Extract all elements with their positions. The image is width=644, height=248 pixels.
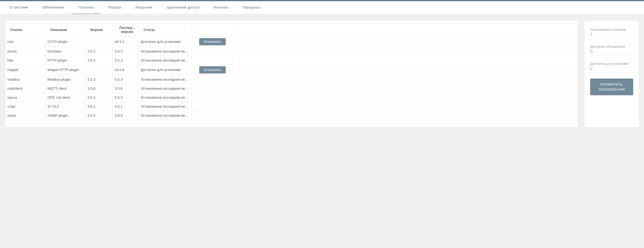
table-row: mqttclientMQTT client5.5.65.5.6Установле…	[6, 84, 578, 93]
cell-status: Доступно для установки	[139, 36, 192, 47]
nav-item-2[interactable]: Плагины	[71, 1, 101, 14]
cell-version: 5.5.6	[86, 84, 113, 93]
cell-extra	[233, 65, 578, 75]
cell-version: 5.5.2	[86, 47, 113, 56]
cell-extra	[233, 93, 578, 102]
cell-description: HTTP plugin	[46, 56, 86, 65]
cell-action: Установить	[192, 65, 233, 75]
stat-installed: Установлено плагинов 7	[590, 28, 633, 38]
stat-updates-value: 0	[590, 49, 633, 54]
cell-description: CCTV plugin	[46, 36, 86, 47]
cell-last-version: v5.0.8	[113, 65, 139, 75]
header-version[interactable]: ::Версия	[86, 24, 113, 37]
cell-extra	[233, 47, 578, 56]
cell-last-version: 5.5.1	[113, 102, 139, 111]
cell-extra	[233, 102, 578, 111]
cell-version: 5.5.2	[86, 93, 113, 102]
cell-last-version: 5.5.2	[113, 56, 139, 65]
stat-available: Доступно для установки 2	[590, 62, 633, 72]
table-row: emulsEmulator5.5.25.5.2Установлена после…	[6, 47, 578, 56]
cell-status: Установлена последняя вер...	[139, 56, 192, 65]
content-area: ::Плагин ::Описание ::Версия ::Послед...…	[0, 14, 644, 134]
cell-version	[86, 65, 113, 75]
cell-status: Установлена последняя вер...	[139, 93, 192, 102]
header-plugin[interactable]: ::Плагин	[6, 24, 46, 37]
plugins-table: ::Плагин ::Описание ::Версия ::Послед...…	[5, 23, 578, 120]
install-button[interactable]: Установить	[199, 66, 226, 73]
nav-item-6[interactable]: Консоль	[207, 1, 236, 14]
cell-version: 5.5.5	[86, 111, 113, 120]
cell-action	[192, 111, 233, 120]
cell-description: Emulator	[46, 47, 86, 56]
cell-description: Megad HTTP plugin	[46, 65, 86, 75]
header-extra	[233, 24, 578, 37]
cell-version: 5.5.3	[86, 75, 113, 84]
main-nav: О системеОбновлениеПлагиныПорталЛицензии…	[0, 1, 644, 14]
cell-last-version: 5.5.2	[113, 93, 139, 102]
header-status[interactable]: ::Статус	[139, 24, 192, 37]
summary-sidebar: Установлено плагинов 7 Доступно обновлен…	[584, 21, 639, 127]
cell-status: Установлена последняя вер...	[139, 111, 192, 120]
cell-description: SNMP plugin	[46, 111, 86, 120]
nav-item-7[interactable]: Процессы	[236, 1, 268, 14]
cell-extra	[233, 84, 578, 93]
cell-action	[192, 75, 233, 84]
table-row: megadMegad HTTP pluginv5.0.8Доступно для…	[6, 65, 578, 75]
nav-item-3[interactable]: Портал	[101, 1, 128, 14]
header-action[interactable]: ::	[192, 24, 233, 37]
cell-plugin: opcua	[6, 93, 46, 102]
cell-plugin: mqttclient	[6, 84, 46, 93]
cell-plugin: cctv	[6, 36, 46, 47]
cell-description: Modbus plugin	[46, 75, 86, 84]
cell-last-version: v5.5.1	[113, 36, 139, 47]
stat-updates-label: Доступно обновлений	[590, 45, 633, 49]
cell-action	[192, 84, 233, 93]
table-row: s7plcS7 PLC5.5.15.5.1Установлена последн…	[6, 102, 578, 111]
cell-description: OPC UA client	[46, 93, 86, 102]
cell-extra	[233, 111, 578, 120]
cell-last-version: 5.5.5	[113, 111, 139, 120]
cell-version: 5.5.2	[86, 56, 113, 65]
cell-status: Установлена последняя вер...	[139, 75, 192, 84]
table-row: snmpSNMP plugin5.5.55.5.5Установлена пос…	[6, 111, 578, 120]
nav-item-1[interactable]: Обновление	[35, 1, 72, 14]
cell-version	[86, 36, 113, 47]
cell-plugin: http	[6, 56, 46, 65]
table-row: cctvCCTV pluginv5.5.1Доступно для устано…	[6, 36, 578, 47]
install-button[interactable]: Установить	[199, 38, 226, 45]
stat-updates: Доступно обновлений 0	[590, 45, 633, 55]
table-row: httpHTTP plugin5.5.25.5.2Установлена пос…	[6, 56, 578, 65]
cell-plugin: megad	[6, 65, 46, 75]
stat-available-value: 2	[590, 66, 633, 71]
header-last-version[interactable]: ::Послед... версия	[113, 24, 139, 37]
cell-description: S7 PLC	[46, 102, 86, 111]
cell-status: Установлена последняя вер...	[139, 84, 192, 93]
stat-installed-label: Установлено плагинов	[590, 28, 633, 32]
cell-action	[192, 93, 233, 102]
header-description[interactable]: ::Описание	[46, 24, 86, 37]
nav-item-0[interactable]: О системе	[2, 1, 35, 14]
table-row: modbusModbus plugin5.5.35.5.3Установлена…	[6, 75, 578, 84]
cell-extra	[233, 75, 578, 84]
nav-item-4[interactable]: Лицензии	[128, 1, 159, 14]
cell-last-version: 5.5.3	[113, 75, 139, 84]
cell-action: Установить	[192, 36, 233, 47]
plugins-table-card: ::Плагин ::Описание ::Версия ::Послед...…	[5, 21, 578, 127]
cell-plugin: modbus	[6, 75, 46, 84]
cell-last-version: 5.5.2	[113, 47, 139, 56]
check-updates-button[interactable]: ПРОВЕРИТЬ ОБНОВЛЕНИЯ	[590, 79, 633, 95]
stat-installed-value: 7	[590, 32, 633, 37]
cell-action	[192, 102, 233, 111]
cell-description: MQTT client	[46, 84, 86, 93]
cell-extra	[233, 56, 578, 65]
cell-extra	[233, 36, 578, 47]
cell-status: Установлена последняя вер...	[139, 47, 192, 56]
stat-available-label: Доступно для установки	[590, 62, 633, 66]
cell-plugin: emuls	[6, 47, 46, 56]
cell-status: Установлена последняя вер...	[139, 102, 192, 111]
cell-action	[192, 56, 233, 65]
cell-plugin: s7plc	[6, 102, 46, 111]
table-row: opcuaOPC UA client5.5.25.5.2Установлена …	[6, 93, 578, 102]
cell-version: 5.5.1	[86, 102, 113, 111]
nav-item-5[interactable]: Удаленный доступ	[159, 1, 206, 14]
